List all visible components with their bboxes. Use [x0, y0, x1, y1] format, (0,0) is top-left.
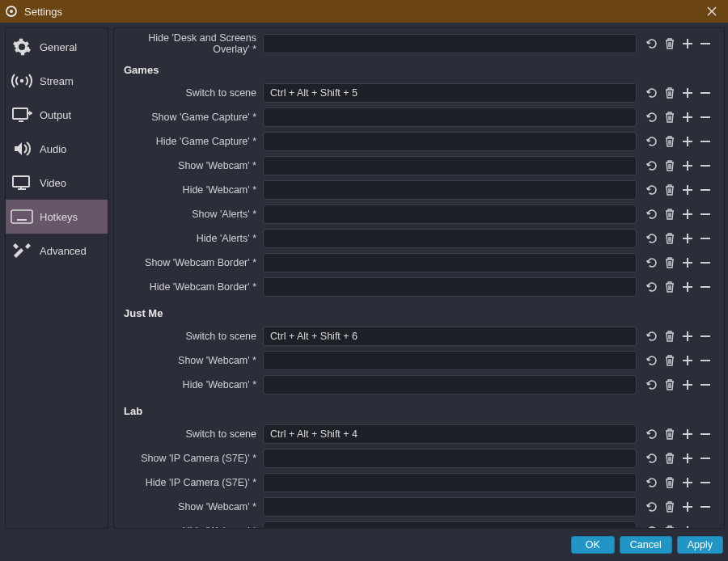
hotkey-input[interactable]: [263, 375, 637, 394]
hotkey-input[interactable]: [263, 327, 637, 346]
hotkey-remove-button[interactable]: [698, 329, 713, 344]
hotkey-input[interactable]: [263, 424, 637, 444]
hotkey-undo-button[interactable]: [645, 329, 659, 344]
hotkey-input[interactable]: [263, 473, 637, 492]
sidebar-item-advanced[interactable]: Advanced: [6, 234, 108, 268]
hotkey-add-button[interactable]: [680, 353, 695, 368]
hotkey-clear-button[interactable]: [662, 475, 677, 490]
hotkey-add-button[interactable]: [680, 110, 695, 124]
sidebar-item-output[interactable]: Output: [6, 98, 108, 132]
hotkey-remove-button[interactable]: [698, 353, 713, 368]
hotkey-remove-button[interactable]: [698, 524, 713, 528]
hotkey-add-button[interactable]: [680, 36, 695, 51]
hotkey-undo-button[interactable]: [645, 36, 659, 51]
hotkey-clear-button[interactable]: [662, 378, 677, 392]
hotkey-clear-button[interactable]: [662, 524, 677, 528]
hotkey-remove-button[interactable]: [698, 231, 713, 246]
hotkey-input[interactable]: [263, 449, 637, 468]
hotkey-remove-button[interactable]: [698, 255, 713, 270]
hotkey-input[interactable]: [263, 132, 637, 151]
hotkey-undo-button[interactable]: [645, 86, 659, 100]
hotkey-clear-button[interactable]: [662, 329, 677, 344]
hotkey-clear-button[interactable]: [662, 280, 677, 294]
hotkey-undo-button[interactable]: [645, 280, 659, 294]
hotkey-add-button[interactable]: [680, 183, 695, 197]
hotkey-undo-button[interactable]: [645, 353, 659, 368]
hotkey-undo-button[interactable]: [645, 110, 659, 124]
hotkey-undo-button[interactable]: [645, 427, 659, 441]
ok-button[interactable]: OK: [571, 536, 615, 554]
hotkey-remove-button[interactable]: [698, 110, 713, 124]
hotkey-remove-button[interactable]: [698, 451, 713, 466]
hotkey-input[interactable]: [263, 277, 637, 297]
hotkey-undo-button[interactable]: [645, 524, 659, 528]
hotkey-input[interactable]: [263, 180, 637, 200]
hotkey-clear-button[interactable]: [662, 134, 677, 149]
hotkey-clear-button[interactable]: [662, 158, 677, 173]
hotkey-input[interactable]: [263, 108, 637, 127]
hotkey-remove-button[interactable]: [698, 158, 713, 173]
hotkey-undo-button[interactable]: [645, 207, 659, 221]
hotkey-undo-button[interactable]: [645, 255, 659, 270]
hotkey-input[interactable]: [263, 229, 637, 248]
sidebar-item-general[interactable]: General: [6, 30, 108, 64]
hotkey-add-button[interactable]: [680, 231, 695, 246]
hotkeys-content[interactable]: Hide 'Desk and Screens Overlay' *GamesSw…: [114, 28, 714, 528]
hotkey-clear-button[interactable]: [662, 500, 677, 514]
hotkey-undo-button[interactable]: [645, 231, 659, 246]
hotkey-add-button[interactable]: [680, 280, 695, 294]
hotkey-clear-button[interactable]: [662, 36, 677, 51]
hotkey-add-button[interactable]: [680, 207, 695, 221]
apply-button[interactable]: Apply: [677, 536, 723, 554]
hotkey-remove-button[interactable]: [698, 427, 713, 441]
hotkey-undo-button[interactable]: [645, 183, 659, 197]
hotkey-add-button[interactable]: [680, 378, 695, 392]
hotkey-undo-button[interactable]: [645, 475, 659, 490]
hotkey-remove-button[interactable]: [698, 86, 713, 100]
hotkey-remove-button[interactable]: [698, 183, 713, 197]
hotkey-clear-button[interactable]: [662, 353, 677, 368]
hotkey-undo-button[interactable]: [645, 134, 659, 149]
hotkey-clear-button[interactable]: [662, 110, 677, 124]
hotkey-input[interactable]: [263, 253, 637, 272]
hotkey-add-button[interactable]: [680, 427, 695, 441]
hotkey-add-button[interactable]: [680, 86, 695, 100]
hotkey-remove-button[interactable]: [698, 134, 713, 149]
hotkey-add-button[interactable]: [680, 524, 695, 528]
hotkey-input[interactable]: [263, 521, 637, 528]
hotkey-remove-button[interactable]: [698, 36, 713, 51]
hotkey-add-button[interactable]: [680, 134, 695, 149]
sidebar-item-video[interactable]: Video: [6, 166, 108, 200]
hotkey-input[interactable]: [263, 34, 637, 53]
hotkey-remove-button[interactable]: [698, 207, 713, 221]
hotkey-clear-button[interactable]: [662, 207, 677, 221]
hotkey-add-button[interactable]: [680, 451, 695, 466]
hotkey-remove-button[interactable]: [698, 378, 713, 392]
hotkey-undo-button[interactable]: [645, 158, 659, 173]
hotkey-remove-button[interactable]: [698, 475, 713, 490]
hotkey-add-button[interactable]: [680, 475, 695, 490]
hotkey-undo-button[interactable]: [645, 500, 659, 514]
hotkey-add-button[interactable]: [680, 158, 695, 173]
hotkey-input[interactable]: [263, 497, 637, 517]
hotkey-clear-button[interactable]: [662, 427, 677, 441]
hotkey-undo-button[interactable]: [645, 451, 659, 466]
hotkey-remove-button[interactable]: [698, 280, 713, 294]
hotkey-clear-button[interactable]: [662, 255, 677, 270]
hotkey-clear-button[interactable]: [662, 183, 677, 197]
hotkey-input[interactable]: [263, 83, 637, 103]
hotkey-clear-button[interactable]: [662, 451, 677, 466]
hotkey-input[interactable]: [263, 205, 637, 224]
hotkey-undo-button[interactable]: [645, 378, 659, 392]
hotkey-clear-button[interactable]: [662, 86, 677, 100]
sidebar-item-hotkeys[interactable]: Hotkeys: [6, 200, 108, 234]
sidebar-item-stream[interactable]: Stream: [6, 64, 108, 98]
cancel-button[interactable]: Cancel: [620, 536, 672, 554]
hotkey-clear-button[interactable]: [662, 231, 677, 246]
hotkey-input[interactable]: [263, 351, 637, 370]
hotkey-add-button[interactable]: [680, 500, 695, 514]
hotkey-input[interactable]: [263, 156, 637, 175]
hotkey-remove-button[interactable]: [698, 500, 713, 514]
hotkey-add-button[interactable]: [680, 329, 695, 344]
window-close-button[interactable]: [700, 0, 723, 23]
